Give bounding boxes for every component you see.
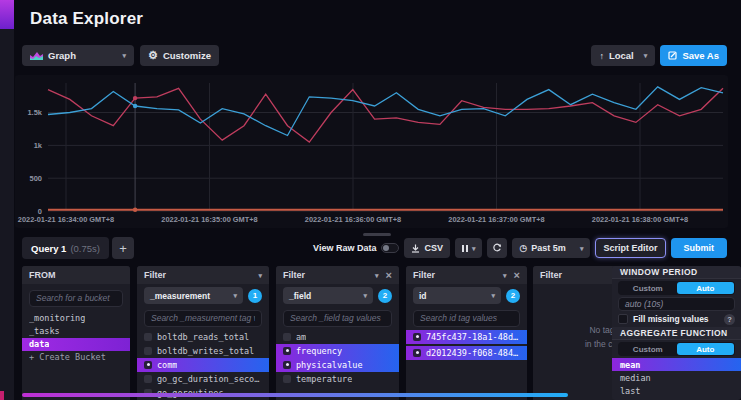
- page-title: Data Explorer: [30, 9, 143, 29]
- bucket-item[interactable]: _tasks: [22, 325, 130, 338]
- tag-value-row[interactable]: temperature: [276, 372, 399, 386]
- filter-panel-title: Filter: [283, 270, 305, 280]
- checkbox-icon: [283, 347, 291, 355]
- tag-value-label: boltdb_reads_total: [157, 332, 249, 342]
- tag-key-select[interactable]: _measurement ▾: [144, 287, 243, 304]
- tag-value-row[interactable]: d2012439-f068-4842-bfef-8…: [406, 346, 527, 360]
- y-tick-label: 500: [29, 174, 42, 183]
- tag-value-row[interactable]: boltdb_writes_total: [137, 344, 269, 358]
- auto-option[interactable]: Auto: [677, 343, 735, 355]
- query-tab[interactable]: Query 1 (0.75s): [22, 237, 109, 259]
- filter-panel-header[interactable]: Filter ▾ ×: [406, 266, 527, 284]
- resize-handle[interactable]: [363, 233, 391, 236]
- series-blue: [48, 87, 723, 136]
- x-tick-label: 2022-01-21 16:38:00 GMT+8: [592, 215, 688, 224]
- csv-download-button[interactable]: CSV: [404, 238, 450, 258]
- auto-option[interactable]: Auto: [677, 282, 735, 294]
- tag-value-row[interactable]: physicalvalue: [276, 358, 399, 372]
- chevron-down-icon[interactable]: ▾: [503, 272, 507, 279]
- chevron-down-icon[interactable]: ▾: [375, 272, 379, 279]
- script-editor-button[interactable]: Script Editor: [595, 238, 665, 258]
- filter-panel-header[interactable]: Filter ▾: [137, 266, 269, 284]
- area-chart-icon: [30, 51, 43, 60]
- time-range-dropdown[interactable]: ◷ Past 5m ▾: [512, 238, 590, 258]
- horizontal-scrollbar[interactable]: [22, 393, 568, 397]
- tag-value-search-input[interactable]: [413, 310, 520, 327]
- chevron-down-icon[interactable]: ▾: [258, 272, 262, 279]
- influxdb-logo[interactable]: [0, 0, 14, 29]
- filter-panel-field: Filter ▾ × _field ▾ 2 amfrequencyphysica…: [276, 266, 399, 400]
- custom-option[interactable]: Custom: [619, 343, 677, 355]
- custom-option[interactable]: Custom: [619, 282, 677, 294]
- window-period-input[interactable]: auto (10s): [618, 297, 735, 311]
- x-tick-label: 2022-01-21 16:36:00 GMT+8: [305, 215, 401, 224]
- checkbox-icon: [413, 349, 421, 357]
- close-icon[interactable]: ×: [386, 270, 392, 281]
- add-query-button[interactable]: +: [112, 237, 134, 259]
- from-panel-title: FROM: [29, 270, 56, 280]
- tag-key-select[interactable]: id ▾: [413, 287, 501, 304]
- clock-icon: ◷: [519, 244, 527, 253]
- checkbox-icon: [283, 375, 291, 383]
- bucket-label: data: [29, 339, 49, 349]
- from-panel-header[interactable]: FROM: [22, 266, 130, 284]
- view-raw-data-toggle[interactable]: [381, 243, 399, 253]
- chevron-down-icon: ▾: [233, 292, 237, 299]
- tag-value-label: frequency: [296, 346, 342, 356]
- aggregate-function-item[interactable]: median: [612, 371, 741, 384]
- tag-value-label: temperature: [296, 374, 352, 384]
- save-as-icon: [668, 51, 677, 60]
- visualization-type-dropdown[interactable]: Graph ▾: [22, 45, 134, 66]
- aggregate-function-item[interactable]: last: [612, 384, 741, 397]
- submit-button[interactable]: Submit: [671, 238, 728, 258]
- tag-value-row[interactable]: comm: [137, 358, 269, 372]
- tag-value-search-input[interactable]: [283, 310, 392, 327]
- bucket-item[interactable]: data: [22, 338, 130, 351]
- tag-value-list: 745fc437-18a1-48d7-98a6-7…d2012439-f068-…: [406, 330, 527, 360]
- local-label: Local: [609, 50, 634, 61]
- visualization-controls: Graph ▾ ⚙ Customize ↑ Local ▾ Save As: [22, 45, 727, 66]
- tag-key-select[interactable]: _field ▾: [283, 287, 373, 304]
- tag-value-row[interactable]: go_gc_duration_seconds: [137, 372, 269, 386]
- tag-value-list: amfrequencyphysicalvaluetemperature: [276, 330, 399, 386]
- bucket-search-input[interactable]: [29, 290, 123, 307]
- aggregate-function-item[interactable]: mean: [612, 358, 741, 371]
- crosshair-dot-blue: [133, 104, 137, 108]
- close-icon[interactable]: ×: [514, 270, 520, 281]
- chevron-down-icon: ▾: [122, 52, 126, 59]
- customize-button[interactable]: ⚙ Customize: [140, 45, 219, 66]
- save-as-button[interactable]: Save As: [660, 45, 727, 66]
- toggle-knob: [383, 245, 389, 251]
- query-builder: FROM _monitoring_tasksdata+ Create Bucke…: [14, 266, 741, 400]
- customize-label: Customize: [163, 50, 211, 61]
- y-tick-label: 1k: [34, 141, 43, 150]
- tag-value-search-input[interactable]: [144, 310, 262, 327]
- bucket-item[interactable]: _monitoring: [22, 312, 130, 325]
- tag-value-row[interactable]: boltdb_reads_total: [137, 330, 269, 344]
- tag-value-label: d2012439-f068-4842-bfef-8…: [426, 348, 520, 358]
- tag-value-row[interactable]: am: [276, 330, 399, 344]
- crosshair-dot-magenta: [133, 96, 137, 100]
- tag-value-row[interactable]: 745fc437-18a1-48d7-98a6-7…: [406, 330, 527, 344]
- tag-value-row[interactable]: frequency: [276, 344, 399, 358]
- nav-rail[interactable]: [0, 0, 14, 400]
- filter-panel-header[interactable]: Filter ▾ ×: [276, 266, 399, 284]
- pause-dropdown-button[interactable]: ▾: [455, 238, 483, 258]
- fill-missing-values-checkbox[interactable]: [618, 314, 628, 324]
- aggregate-function-header: AGGREGATE FUNCTION: [612, 327, 741, 340]
- x-tick-label: 2022-01-21 16:37:00 GMT+8: [448, 215, 544, 224]
- checkbox-icon: [144, 361, 152, 369]
- refresh-button[interactable]: [487, 238, 507, 258]
- bucket-item[interactable]: + Create Bucket: [22, 351, 130, 364]
- chevron-down-icon: ▾: [472, 245, 476, 252]
- bucket-label: + Create Bucket: [29, 352, 106, 362]
- help-icon[interactable]: ?: [724, 314, 735, 325]
- x-tick-label: 2022-01-21 16:35:00 GMT+8: [161, 215, 257, 224]
- filter-panel-title: Filter: [144, 270, 166, 280]
- fill-missing-values-label: Fill missing values: [633, 314, 719, 324]
- selected-count-badge: 2: [506, 289, 520, 303]
- local-dropdown[interactable]: ↑ Local ▾: [591, 45, 655, 66]
- time-series-chart[interactable]: 05001k1.5k2022-01-21 16:34:00 GMT+82022-…: [15, 75, 728, 227]
- query-duration: (0.75s): [70, 243, 100, 254]
- aggregate-function-list: meanmedianlast: [612, 358, 741, 397]
